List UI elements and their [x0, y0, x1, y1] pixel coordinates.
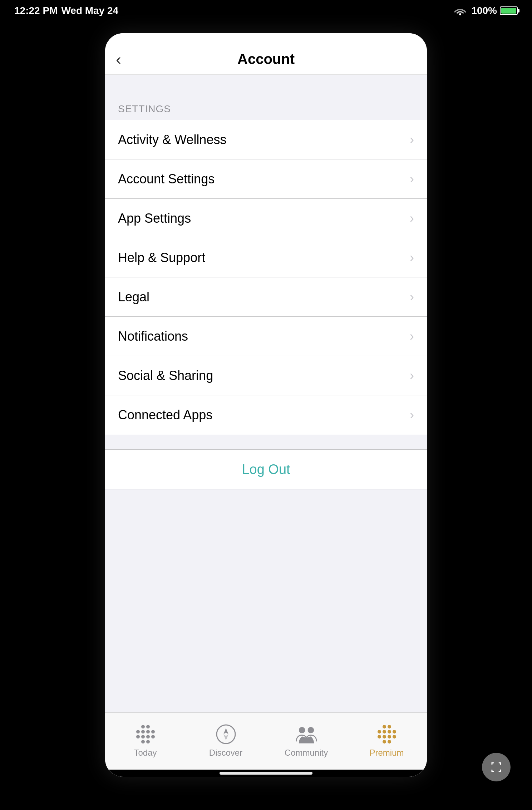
battery-fill — [501, 8, 516, 14]
settings-item-account-settings[interactable]: Account Settings › — [105, 159, 427, 199]
settings-item-label: Account Settings — [118, 172, 215, 187]
status-time: 12:22 PM — [14, 5, 58, 16]
settings-group: Activity & Wellness › Account Settings ›… — [105, 120, 427, 435]
status-bar: 12:22 PM Wed May 24 100% — [0, 0, 532, 21]
svg-point-3 — [299, 727, 305, 733]
battery-percentage: 100% — [471, 5, 497, 16]
content-spacer — [105, 435, 427, 449]
today-icon — [135, 723, 156, 745]
tab-today-label: Today — [134, 748, 157, 758]
settings-item-help-support[interactable]: Help & Support › — [105, 238, 427, 277]
chevron-right-icon: › — [410, 290, 414, 305]
chevron-right-icon: › — [410, 329, 414, 344]
page-header: ‹ Account — [105, 33, 427, 75]
tab-community-label: Community — [285, 748, 328, 758]
chevron-right-icon: › — [410, 250, 414, 265]
settings-item-label: Activity & Wellness — [118, 132, 226, 147]
home-bar — [220, 772, 312, 775]
header-spacer — [105, 75, 427, 93]
premium-icon — [376, 723, 398, 745]
corner-resize-button[interactable] — [482, 753, 511, 781]
svg-marker-2 — [223, 734, 228, 740]
settings-item-label: Social & Sharing — [118, 368, 213, 383]
tab-premium-label: Premium — [369, 748, 404, 758]
settings-item-connected-apps[interactable]: Connected Apps › — [105, 395, 427, 435]
phone-container: ‹ Account SETTINGS Activity & Wellness ›… — [105, 33, 427, 777]
page-title: Account — [237, 51, 295, 67]
status-bar-left: 12:22 PM Wed May 24 — [14, 5, 118, 16]
bottom-spacer — [105, 489, 427, 712]
chevron-right-icon: › — [410, 211, 414, 226]
logout-label: Log Out — [242, 462, 290, 477]
settings-item-activity-wellness[interactable]: Activity & Wellness › — [105, 120, 427, 159]
status-bar-right: 100% — [454, 5, 518, 16]
settings-item-label: Connected Apps — [118, 408, 212, 423]
chevron-right-icon: › — [410, 132, 414, 147]
settings-item-social-sharing[interactable]: Social & Sharing › — [105, 356, 427, 395]
home-indicator — [105, 770, 427, 777]
svg-marker-1 — [223, 728, 228, 734]
community-icon — [296, 723, 317, 745]
battery-icon — [500, 6, 518, 15]
svg-point-0 — [217, 725, 235, 744]
chevron-right-icon: › — [410, 408, 414, 423]
settings-item-label: Legal — [118, 290, 149, 305]
settings-item-label: Notifications — [118, 329, 188, 344]
tab-today[interactable]: Today — [105, 723, 186, 758]
tab-discover-label: Discover — [209, 748, 242, 758]
content-area: SETTINGS Activity & Wellness › Account S… — [105, 75, 427, 777]
chevron-right-icon: › — [410, 172, 414, 187]
tab-premium[interactable]: Premium — [346, 723, 427, 758]
fitbit-dot-grid — [136, 725, 155, 744]
back-button[interactable]: ‹ — [116, 51, 121, 67]
tab-discover[interactable]: Discover — [186, 723, 266, 758]
tab-bar: Today Discover — [105, 712, 427, 770]
discover-icon — [215, 723, 237, 745]
section-label: SETTINGS — [118, 103, 171, 114]
settings-item-label: App Settings — [118, 211, 191, 226]
premium-dot-grid — [378, 725, 396, 744]
logout-section: Log Out — [105, 449, 427, 489]
battery-container: 100% — [471, 5, 518, 16]
settings-section-header: SETTINGS — [105, 93, 427, 120]
wifi-icon — [454, 6, 466, 15]
settings-item-label: Help & Support — [118, 250, 205, 265]
settings-item-app-settings[interactable]: App Settings › — [105, 199, 427, 238]
svg-point-4 — [307, 727, 314, 733]
logout-button[interactable]: Log Out — [105, 450, 427, 489]
status-date: Wed May 24 — [61, 5, 118, 16]
settings-item-legal[interactable]: Legal › — [105, 277, 427, 317]
settings-item-notifications[interactable]: Notifications › — [105, 317, 427, 356]
chevron-right-icon: › — [410, 368, 414, 383]
tab-community[interactable]: Community — [266, 723, 346, 758]
